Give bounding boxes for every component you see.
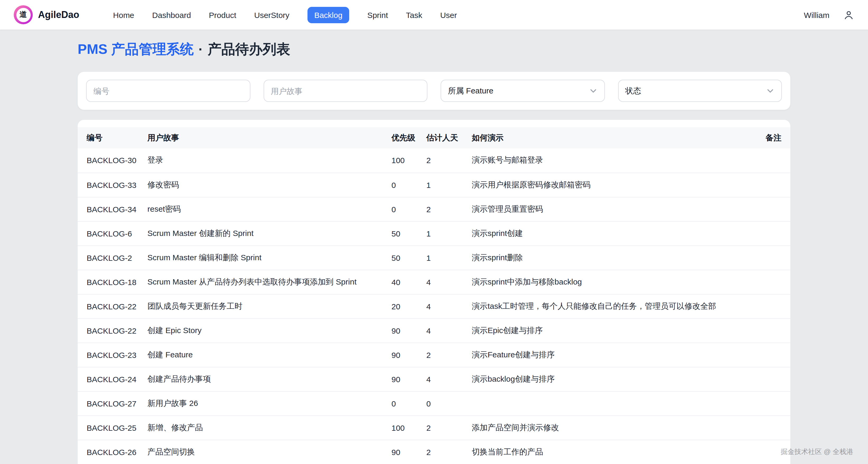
cell-priority: 100 bbox=[392, 416, 426, 440]
table-row[interactable]: BACKLOG-22创建 Epic Story904演示Epic创建与排序 bbox=[78, 318, 790, 342]
cell-story: Scrum Master 编辑和删除 Sprint bbox=[147, 245, 392, 270]
cell-priority: 90 bbox=[392, 367, 426, 391]
cell-id: BACKLOG-18 bbox=[78, 270, 147, 294]
cell-days: 4 bbox=[426, 270, 472, 294]
nav-item-userstory[interactable]: UserStory bbox=[254, 7, 289, 23]
cell-demo: 演示账号与邮箱登录 bbox=[472, 148, 757, 173]
cell-story: 产品空间切换 bbox=[147, 440, 392, 464]
cell-note bbox=[757, 391, 790, 416]
cell-note bbox=[757, 197, 790, 221]
cell-note bbox=[757, 416, 790, 440]
cell-priority: 90 bbox=[392, 440, 426, 464]
cell-story: 创建产品待办事项 bbox=[147, 367, 392, 391]
main-nav: HomeDashboardProductUserStoryBacklogSpri… bbox=[113, 7, 457, 23]
page-title-section: 产品待办列表 bbox=[208, 40, 290, 59]
brand-logo-glyph: 道 bbox=[16, 8, 30, 22]
filter-id-input[interactable] bbox=[94, 86, 243, 95]
filter-id-field bbox=[86, 80, 250, 102]
cell-demo: 演示Feature创建与排序 bbox=[472, 342, 757, 367]
chevron-down-icon bbox=[589, 87, 597, 95]
cell-id: BACKLOG-22 bbox=[78, 318, 147, 342]
cell-note bbox=[757, 270, 790, 294]
cell-demo: 演示管理员重置密码 bbox=[472, 197, 757, 221]
cell-story: 新用户故事 26 bbox=[147, 391, 392, 416]
cell-days: 4 bbox=[426, 318, 472, 342]
nav-item-home[interactable]: Home bbox=[113, 7, 134, 23]
column-header-story: 用户故事 bbox=[147, 127, 392, 148]
nav-item-product[interactable]: Product bbox=[209, 7, 236, 23]
cell-demo: 演示sprint中添加与移除backlog bbox=[472, 270, 757, 294]
cell-id: BACKLOG-26 bbox=[78, 440, 147, 464]
cell-demo: 演示backlog创建与排序 bbox=[472, 367, 757, 391]
table-row[interactable]: BACKLOG-27新用户故事 2600 bbox=[78, 391, 790, 416]
cell-demo: 演示task工时管理，每个人只能修改自己的任务，管理员可以修改全部 bbox=[472, 294, 757, 318]
table-row[interactable]: BACKLOG-25新增、修改产品1002添加产品空间并演示修改 bbox=[78, 416, 790, 440]
cell-id: BACKLOG-6 bbox=[78, 221, 147, 245]
table-row[interactable]: BACKLOG-24创建产品待办事项904演示backlog创建与排序 bbox=[78, 367, 790, 391]
column-header-note: 备注 bbox=[757, 127, 790, 148]
top-navigation-bar: 道 AgileDao HomeDashboardProductUserStory… bbox=[0, 0, 868, 30]
backlog-table: 编号 用户故事 优先级 估计人天 如何演示 备注 BACKLOG-30登录100… bbox=[78, 127, 790, 464]
watermark: 掘金技术社区 @ 全栈港 bbox=[781, 447, 853, 457]
cell-days: 0 bbox=[426, 391, 472, 416]
table-row[interactable]: BACKLOG-34reset密码02演示管理员重置密码 bbox=[78, 197, 790, 221]
cell-id: BACKLOG-23 bbox=[78, 342, 147, 367]
filter-status-select[interactable]: 状态 bbox=[618, 80, 782, 102]
nav-item-sprint[interactable]: Sprint bbox=[367, 7, 388, 23]
table-row[interactable]: BACKLOG-2Scrum Master 编辑和删除 Sprint501演示s… bbox=[78, 245, 790, 270]
table-row[interactable]: BACKLOG-33修改密码01演示用户根据原密码修改邮箱密码 bbox=[78, 173, 790, 197]
cell-priority: 50 bbox=[392, 221, 426, 245]
cell-days: 2 bbox=[426, 148, 472, 173]
cell-days: 1 bbox=[426, 221, 472, 245]
topbar-right: William bbox=[804, 9, 854, 20]
cell-days: 2 bbox=[426, 440, 472, 464]
backlog-table-card: 编号 用户故事 优先级 估计人天 如何演示 备注 BACKLOG-30登录100… bbox=[78, 120, 790, 464]
cell-id: BACKLOG-24 bbox=[78, 367, 147, 391]
filter-status-select-value: 状态 bbox=[625, 86, 641, 96]
brand-name: AgileDao bbox=[38, 9, 79, 20]
cell-demo: 演示用户根据原密码修改邮箱密码 bbox=[472, 173, 757, 197]
app-viewport: 道 AgileDao HomeDashboardProductUserStory… bbox=[0, 0, 868, 464]
nav-item-task[interactable]: Task bbox=[406, 7, 423, 23]
table-row[interactable]: BACKLOG-26产品空间切换902切换当前工作的产品 bbox=[78, 440, 790, 464]
table-row[interactable]: BACKLOG-22团队成员每天更新任务工时204演示task工时管理，每个人只… bbox=[78, 294, 790, 318]
cell-id: BACKLOG-25 bbox=[78, 416, 147, 440]
filter-feature-select-value: 所属 Feature bbox=[448, 86, 493, 96]
column-header-demo: 如何演示 bbox=[472, 127, 757, 148]
filter-story-input[interactable] bbox=[271, 86, 420, 95]
cell-days: 4 bbox=[426, 367, 472, 391]
cell-note bbox=[757, 318, 790, 342]
cell-story: 创建 Epic Story bbox=[147, 318, 392, 342]
backlog-table-body: BACKLOG-30登录1002演示账号与邮箱登录BACKLOG-33修改密码0… bbox=[78, 148, 790, 464]
main-content: PMS 产品管理系统 · 产品待办列表 所属 Feature bbox=[0, 30, 868, 464]
cell-days: 2 bbox=[426, 197, 472, 221]
cell-priority: 100 bbox=[392, 148, 426, 173]
table-row[interactable]: BACKLOG-30登录1002演示账号与邮箱登录 bbox=[78, 148, 790, 173]
cell-story: reset密码 bbox=[147, 197, 392, 221]
cell-id: BACKLOG-27 bbox=[78, 391, 147, 416]
cell-id: BACKLOG-30 bbox=[78, 148, 147, 173]
brand-logo-icon: 道 bbox=[14, 5, 33, 24]
page-title: PMS 产品管理系统 · 产品待办列表 bbox=[78, 40, 790, 59]
cell-note bbox=[757, 367, 790, 391]
user-profile-icon[interactable] bbox=[843, 9, 854, 20]
filter-feature-select[interactable]: 所属 Feature bbox=[441, 80, 604, 102]
cell-priority: 0 bbox=[392, 173, 426, 197]
cell-priority: 40 bbox=[392, 270, 426, 294]
cell-priority: 0 bbox=[392, 391, 426, 416]
nav-item-backlog[interactable]: Backlog bbox=[307, 7, 349, 23]
column-header-id: 编号 bbox=[78, 127, 147, 148]
table-row[interactable]: BACKLOG-18Scrum Master 从产品待办列表中选取待办事项添加到… bbox=[78, 270, 790, 294]
cell-story: 创建 Feature bbox=[147, 342, 392, 367]
current-user-name[interactable]: William bbox=[804, 10, 830, 19]
cell-id: BACKLOG-33 bbox=[78, 173, 147, 197]
cell-priority: 90 bbox=[392, 342, 426, 367]
nav-item-dashboard[interactable]: Dashboard bbox=[152, 7, 191, 23]
table-row[interactable]: BACKLOG-23创建 Feature902演示Feature创建与排序 bbox=[78, 342, 790, 367]
filter-bar: 所属 Feature 状态 bbox=[78, 72, 790, 110]
cell-days: 2 bbox=[426, 342, 472, 367]
nav-item-user[interactable]: User bbox=[440, 7, 457, 23]
table-row[interactable]: BACKLOG-6Scrum Master 创建新的 Sprint501演示sp… bbox=[78, 221, 790, 245]
cell-note bbox=[757, 440, 790, 464]
cell-priority: 90 bbox=[392, 318, 426, 342]
